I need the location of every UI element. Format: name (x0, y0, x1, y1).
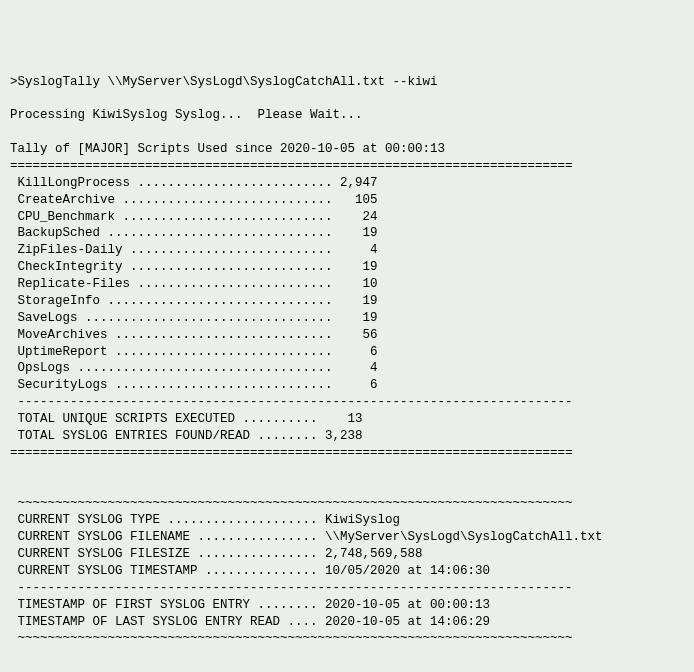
output-line: CPU_Benchmark ..........................… (10, 209, 684, 226)
output-line: StorageInfo ............................… (10, 293, 684, 310)
output-line: ========================================… (10, 445, 684, 462)
terminal-output: >SyslogTally \\MyServer\SysLogd\SyslogCa… (10, 74, 684, 673)
output-line: CURRENT SYSLOG TIMESTAMP ...............… (10, 563, 684, 580)
output-line: MoveArchives ...........................… (10, 327, 684, 344)
output-line (10, 124, 684, 141)
output-line: CURRENT SYSLOG TYPE ....................… (10, 512, 684, 529)
output-line: OpsLogs ................................… (10, 360, 684, 377)
output-line (10, 647, 684, 664)
output-line: ----------------------------------------… (10, 394, 684, 411)
output-line: TOTAL SYSLOG ENTRIES FOUND/READ ........… (10, 428, 684, 445)
output-line: CheckIntegrity .........................… (10, 259, 684, 276)
output-line: ZipFiles-Daily .........................… (10, 242, 684, 259)
output-line: KillLongProcess ........................… (10, 175, 684, 192)
output-line: UptimeReport ...........................… (10, 344, 684, 361)
output-line: ~~~~~~~~~~~~~~~~~~~~~~~~~~~~~~~~~~~~~~~~… (10, 630, 684, 647)
output-line (10, 462, 684, 479)
output-line: TOTAL UNIQUE SCRIPTS EXECUTED ..........… (10, 411, 684, 428)
output-line: CURRENT SYSLOG FILENAME ................… (10, 529, 684, 546)
output-line: Tally of [MAJOR] Scripts Used since 2020… (10, 141, 684, 158)
output-line: TIMESTAMP OF LAST SYSLOG ENTRY READ ....… (10, 614, 684, 631)
output-line: ----------------------------------------… (10, 580, 684, 597)
output-line: ========================================… (10, 158, 684, 175)
output-line: >SyslogTally \\MyServer\SysLogd\SyslogCa… (10, 74, 684, 91)
output-line (10, 479, 684, 496)
output-line: CreateArchive ..........................… (10, 192, 684, 209)
output-line: ~~~~~~~~~~~~~~~~~~~~~~~~~~~~~~~~~~~~~~~~… (10, 495, 684, 512)
output-line: Replicate-Files ........................… (10, 276, 684, 293)
output-line (10, 664, 684, 672)
output-line: BackupSched ............................… (10, 225, 684, 242)
output-line: TIMESTAMP OF FIRST SYSLOG ENTRY ........… (10, 597, 684, 614)
output-line: SaveLogs ...............................… (10, 310, 684, 327)
output-line: Processing KiwiSyslog Syslog... Please W… (10, 107, 684, 124)
output-line (10, 90, 684, 107)
output-line: SecurityLogs ...........................… (10, 377, 684, 394)
output-line: CURRENT SYSLOG FILESIZE ................… (10, 546, 684, 563)
